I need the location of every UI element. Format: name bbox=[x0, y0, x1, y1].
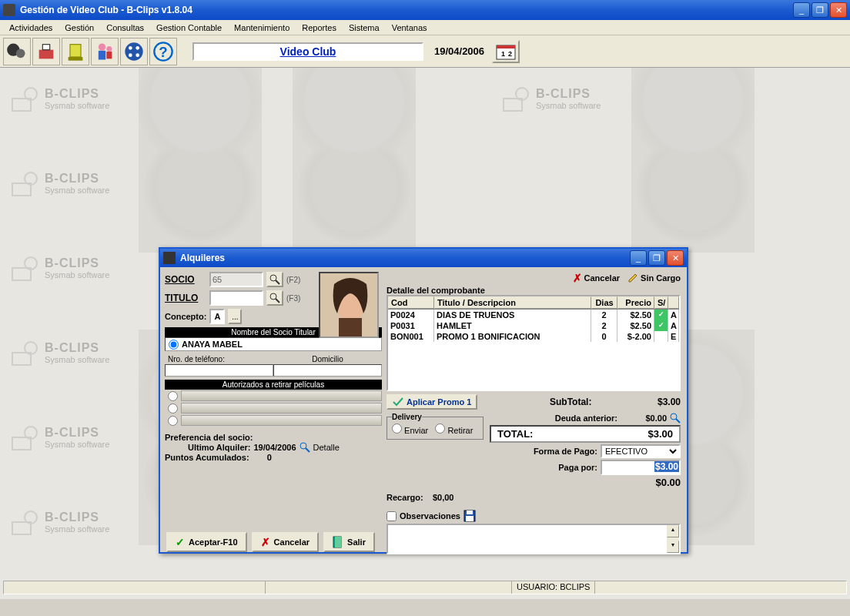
nombre-radio[interactable] bbox=[169, 340, 179, 350]
detalle-label: Detalle del comprobante bbox=[387, 286, 681, 295]
menu-consultas[interactable]: Consultas bbox=[100, 22, 150, 34]
svg-point-37 bbox=[270, 275, 276, 281]
telefono-input[interactable] bbox=[165, 364, 273, 377]
aplicar-promo-button[interactable]: Aplicar Promo 1 bbox=[387, 394, 477, 410]
col-titulo[interactable]: Titulo / Descripcion bbox=[434, 296, 591, 309]
svg-point-10 bbox=[125, 42, 142, 60]
grid-header: Cod Titulo / Descripcion Dias Precio S/ bbox=[388, 296, 679, 310]
delivery-retirar-radio[interactable] bbox=[435, 424, 445, 434]
deuda-value: $0.00 bbox=[621, 413, 667, 423]
forma-pago-select[interactable]: EFECTIVO bbox=[601, 444, 681, 458]
dialog-icon bbox=[163, 252, 176, 264]
total-row: TOTAL: $3.00 bbox=[490, 425, 681, 443]
main-titlebar: Gestión de Video Club - B-Clips v1.8.04 … bbox=[0, 0, 850, 20]
search-icon bbox=[300, 442, 310, 453]
left-panel: SOCIO (F2) TITULO (F3) Concepto: ... bbox=[162, 269, 385, 527]
dialog-close-button[interactable]: ✕ bbox=[667, 250, 684, 266]
svg-point-8 bbox=[106, 46, 112, 52]
svg-point-12 bbox=[136, 46, 139, 50]
autorizado-radio[interactable] bbox=[168, 416, 178, 426]
col-so[interactable]: S/ bbox=[654, 296, 668, 309]
dialog-titlebar[interactable]: Alquileres _ ❐ ✕ bbox=[160, 249, 687, 267]
scroll-down-button[interactable]: ▾ bbox=[667, 541, 679, 553]
scroll-up-button[interactable]: ▴ bbox=[667, 525, 679, 537]
table-row[interactable]: BON001PROMO 1 BONIFICACION0$-2.00E bbox=[388, 331, 679, 342]
aceptar-button[interactable]: ✓Aceptar-F10 bbox=[166, 532, 247, 552]
subtotal-value: $3.00 bbox=[658, 397, 681, 407]
minimize-button[interactable]: _ bbox=[793, 2, 810, 18]
menu-sistema[interactable]: Sistema bbox=[343, 22, 386, 34]
calendar-button[interactable]: 12 bbox=[492, 40, 520, 63]
menu-gestion-contable[interactable]: Gestion Contable bbox=[150, 22, 228, 34]
observaciones-label: Observaciones bbox=[400, 511, 460, 521]
concepto-more-button[interactable]: ... bbox=[228, 309, 242, 324]
menu-reportes[interactable]: Reportes bbox=[296, 22, 343, 34]
svg-line-40 bbox=[276, 299, 279, 303]
x-icon: ✗ bbox=[261, 536, 270, 548]
delivery-retirar-label[interactable]: Retirar bbox=[435, 426, 473, 435]
pencil-icon bbox=[627, 273, 638, 283]
socio-input[interactable] bbox=[209, 272, 263, 287]
detalle-link[interactable]: Detalle bbox=[313, 443, 340, 452]
svg-rect-21 bbox=[12, 99, 31, 111]
sincargo-link[interactable]: Sin Cargo bbox=[627, 273, 681, 283]
observaciones-checkbox[interactable] bbox=[387, 511, 397, 521]
titulo-input[interactable] bbox=[209, 290, 263, 306]
dialog-maximize-button[interactable]: ❐ bbox=[648, 250, 665, 266]
watermark: B-CLIPSSysmab software bbox=[500, 83, 601, 114]
toolbar-btn-5[interactable] bbox=[120, 38, 148, 65]
delivery-enviar-label[interactable]: Enviar bbox=[392, 426, 428, 435]
svg-point-44 bbox=[300, 443, 306, 449]
toolbar-btn-2[interactable] bbox=[32, 38, 60, 65]
resto-value: $0.00 bbox=[634, 477, 681, 488]
close-button[interactable]: ✕ bbox=[830, 2, 847, 18]
table-row[interactable]: P0031HAMLET2$2.50✓A bbox=[388, 320, 679, 331]
watermark: B-CLIPSSysmab software bbox=[9, 337, 109, 368]
titulo-search-button[interactable] bbox=[266, 290, 283, 306]
toolbar-help-button[interactable]: ? bbox=[149, 38, 177, 65]
check-icon bbox=[393, 397, 403, 407]
concepto-input[interactable] bbox=[209, 309, 225, 324]
paga-por-input[interactable]: $3.00 bbox=[601, 460, 681, 475]
maximize-button[interactable]: ❐ bbox=[812, 2, 828, 18]
ultimo-value: 19/04/2006 bbox=[253, 443, 296, 452]
cancelar-link[interactable]: ✗Cancelar bbox=[573, 272, 620, 284]
search-icon[interactable] bbox=[670, 413, 681, 424]
titulo-shortcut: (F3) bbox=[286, 294, 300, 303]
autorizado-radio[interactable] bbox=[168, 403, 178, 413]
col-precio[interactable]: Precio bbox=[617, 296, 654, 309]
toolbar-btn-1[interactable] bbox=[3, 38, 31, 65]
scrollbar[interactable]: ▴ ▾ bbox=[667, 525, 679, 553]
autorizado-radio[interactable] bbox=[168, 391, 178, 401]
socio-label: SOCIO bbox=[165, 274, 206, 285]
app-title: Gestión de Video Club - B-Clips v1.8.04 bbox=[20, 5, 793, 15]
observaciones-textarea[interactable]: ▴ ▾ bbox=[387, 524, 681, 554]
right-panel: ✗Cancelar Sin Cargo Detalle del comproba… bbox=[385, 269, 685, 527]
save-icon[interactable] bbox=[463, 510, 476, 522]
col-e[interactable] bbox=[668, 296, 679, 309]
salir-button[interactable]: Salir bbox=[323, 532, 375, 552]
svg-text:1: 1 bbox=[501, 50, 505, 58]
col-dias[interactable]: Dias bbox=[591, 296, 617, 309]
menu-gestion[interactable]: Gestión bbox=[59, 22, 100, 34]
svg-rect-27 bbox=[12, 268, 31, 280]
menu-actividades[interactable]: Actividades bbox=[3, 22, 59, 34]
domicilio-input[interactable] bbox=[273, 364, 382, 377]
svg-point-6 bbox=[99, 43, 105, 50]
menu-ventanas[interactable]: Ventanas bbox=[386, 22, 433, 34]
socio-search-button[interactable] bbox=[266, 272, 283, 287]
toolbar-btn-4[interactable] bbox=[91, 38, 119, 65]
svg-rect-9 bbox=[106, 52, 112, 59]
watermark: B-CLIPSSysmab software bbox=[9, 422, 109, 453]
total-label: TOTAL: bbox=[497, 428, 533, 440]
svg-rect-7 bbox=[99, 50, 105, 59]
col-cod[interactable]: Cod bbox=[388, 296, 434, 309]
table-row[interactable]: P0024DIAS DE TRUENOS2$2.50✓A bbox=[388, 310, 679, 320]
menu-mantenimiento[interactable]: Mantenimiento bbox=[228, 22, 296, 34]
delivery-enviar-radio[interactable] bbox=[392, 424, 402, 434]
grid-body[interactable]: P0024DIAS DE TRUENOS2$2.50✓AP0031HAMLET2… bbox=[388, 310, 679, 390]
toolbar-btn-3[interactable] bbox=[62, 38, 89, 65]
dialog-minimize-button[interactable]: _ bbox=[630, 250, 647, 266]
detail-grid: Cod Titulo / Descripcion Dias Precio S/ … bbox=[387, 295, 681, 391]
cancelar-button[interactable]: ✗Cancelar bbox=[252, 532, 319, 552]
